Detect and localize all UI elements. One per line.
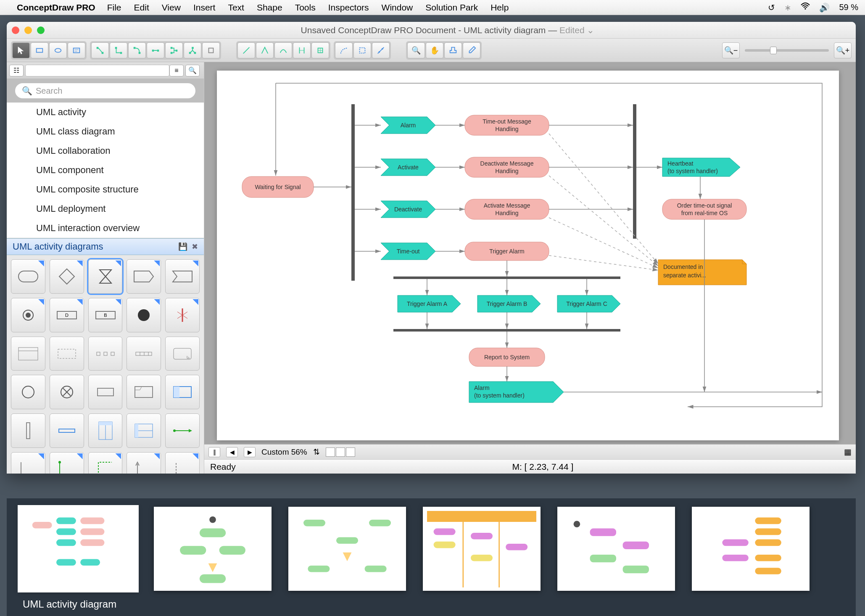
stencil-datastore-d[interactable]: D xyxy=(50,298,84,332)
stencil-initial[interactable] xyxy=(11,298,45,332)
tool-connector-1[interactable] xyxy=(91,42,109,58)
stencil-partition-h[interactable] xyxy=(127,413,161,448)
stencil-arrow-l3[interactable] xyxy=(88,452,123,474)
tool-connector-4[interactable] xyxy=(147,42,164,58)
tool-line-4[interactable] xyxy=(293,42,311,58)
stencil-expansion[interactable] xyxy=(127,337,161,371)
library-item[interactable]: UML activity xyxy=(7,103,204,122)
tool-line-3[interactable] xyxy=(274,42,292,58)
stencil-decision[interactable] xyxy=(50,259,84,294)
zoom-out-button[interactable]: 🔍− xyxy=(722,42,740,58)
tool-connector-2[interactable] xyxy=(110,42,127,58)
stencil-frame[interactable] xyxy=(127,375,161,409)
tool-hand[interactable]: ✋ xyxy=(426,42,443,58)
wifi-icon[interactable] xyxy=(801,3,810,12)
stencil-hbar[interactable] xyxy=(50,413,84,448)
stencil-arrow-l4[interactable] xyxy=(127,452,161,474)
canvas[interactable]: Waiting for Signal Alarm xyxy=(204,62,856,444)
stencil-pins[interactable] xyxy=(88,337,123,371)
zoom-slider[interactable] xyxy=(745,49,829,52)
stencil-partition-v[interactable] xyxy=(88,413,123,448)
save-stencil-icon[interactable]: 💾 xyxy=(178,242,187,251)
stencil-flow-final[interactable] xyxy=(11,375,45,409)
menu-shape[interactable]: Shape xyxy=(257,3,282,13)
library-item[interactable]: UML class diagram xyxy=(7,122,204,141)
library-item[interactable]: UML composite structure xyxy=(7,180,204,199)
menu-file[interactable]: File xyxy=(107,3,121,13)
battery-indicator[interactable]: 59 % xyxy=(839,3,858,12)
stencil-fork[interactable] xyxy=(165,298,200,332)
window-minimize-button[interactable] xyxy=(24,26,32,34)
gallery-thumb[interactable] xyxy=(692,507,810,591)
zoom-in-button[interactable]: 🔍+ xyxy=(834,42,852,58)
page-prev-button[interactable]: ◀ xyxy=(226,447,238,457)
tool-ellipse[interactable] xyxy=(49,42,67,58)
gallery-thumb[interactable] xyxy=(19,507,137,591)
menu-tools[interactable]: Tools xyxy=(295,3,316,13)
stencil-object[interactable] xyxy=(88,375,123,409)
stencil-arrow-l1[interactable] xyxy=(11,452,45,474)
menu-view[interactable]: View xyxy=(162,3,181,13)
menu-insert[interactable]: Insert xyxy=(193,3,216,13)
drawing-page[interactable]: Waiting for Signal Alarm xyxy=(217,71,839,440)
zoom-readout[interactable]: Custom 56% xyxy=(261,448,307,457)
stencil-arrow-l5[interactable] xyxy=(165,452,200,474)
tool-stamp[interactable] xyxy=(444,42,462,58)
stencil-arrow-h[interactable] xyxy=(165,413,200,448)
stencil-flow-final-x[interactable] xyxy=(50,375,84,409)
menu-edit[interactable]: Edit xyxy=(134,3,149,13)
tool-line-1[interactable] xyxy=(237,42,255,58)
library-item[interactable]: UML component xyxy=(7,161,204,180)
library-filter-input[interactable] xyxy=(25,65,169,76)
stencil-callbehavior[interactable] xyxy=(165,337,200,371)
tool-eyedropper[interactable] xyxy=(463,42,480,58)
library-item[interactable]: UML interaction overview xyxy=(7,218,204,238)
menu-window[interactable]: Window xyxy=(382,3,413,13)
tool-rect[interactable] xyxy=(31,42,48,58)
tool-connector-7[interactable] xyxy=(202,42,220,58)
stencil-final[interactable] xyxy=(127,298,161,332)
tool-line-2[interactable] xyxy=(256,42,274,58)
stencil-region[interactable] xyxy=(50,337,84,371)
menu-text[interactable]: Text xyxy=(228,3,244,13)
stencil-signal-recv[interactable] xyxy=(165,259,200,294)
library-list-icon[interactable]: ≡ xyxy=(169,65,184,76)
library-item[interactable]: UML deployment xyxy=(7,199,204,218)
tool-text[interactable] xyxy=(68,42,85,58)
stencil-action[interactable] xyxy=(11,259,45,294)
tool-connector-5[interactable] xyxy=(165,42,183,58)
stencil-swimlane[interactable] xyxy=(11,337,45,371)
menu-inspectors[interactable]: Inspectors xyxy=(328,3,369,13)
tool-edit-2[interactable] xyxy=(353,42,371,58)
volume-icon[interactable]: 🔊 xyxy=(819,3,830,13)
tool-edit-1[interactable] xyxy=(335,42,353,58)
tool-connector-6[interactable] xyxy=(184,42,201,58)
timemachine-icon[interactable]: ↺ xyxy=(768,3,775,13)
tool-edit-3[interactable] xyxy=(372,42,390,58)
search-input[interactable]: 🔍 Search xyxy=(15,83,195,98)
stencil-activity[interactable] xyxy=(165,375,200,409)
tool-select[interactable] xyxy=(12,42,30,58)
gallery-thumb[interactable] xyxy=(288,507,406,591)
library-toggle-icon[interactable]: ☷ xyxy=(9,65,24,76)
stencil-signal-send[interactable] xyxy=(127,259,161,294)
library-search-icon[interactable]: 🔍 xyxy=(185,65,200,76)
stencil-hourglass[interactable] xyxy=(88,259,123,294)
stencil-panel-header[interactable]: UML activity diagrams 💾 ✖ xyxy=(7,238,204,255)
app-name[interactable]: ConceptDraw PRO xyxy=(17,3,95,13)
menu-help[interactable]: Help xyxy=(491,3,509,13)
stencil-vbar[interactable] xyxy=(11,413,45,448)
stencil-arrow-l2[interactable] xyxy=(50,452,84,474)
tool-line-5[interactable] xyxy=(311,42,329,58)
close-stencil-icon[interactable]: ✖ xyxy=(192,242,198,251)
zoom-stepper-icon[interactable]: ⇅ xyxy=(313,447,320,457)
window-maximize-button[interactable] xyxy=(37,26,45,34)
gallery-thumb[interactable] xyxy=(557,507,675,591)
gallery-thumb[interactable] xyxy=(423,507,541,591)
library-item[interactable]: UML collaboration xyxy=(7,141,204,161)
tool-zoom[interactable]: 🔍 xyxy=(407,42,425,58)
view-grid-icon[interactable]: ▦ xyxy=(844,447,852,457)
window-close-button[interactable] xyxy=(12,26,19,34)
page-tabs[interactable] xyxy=(326,448,355,457)
gallery-thumb[interactable] xyxy=(154,507,272,591)
